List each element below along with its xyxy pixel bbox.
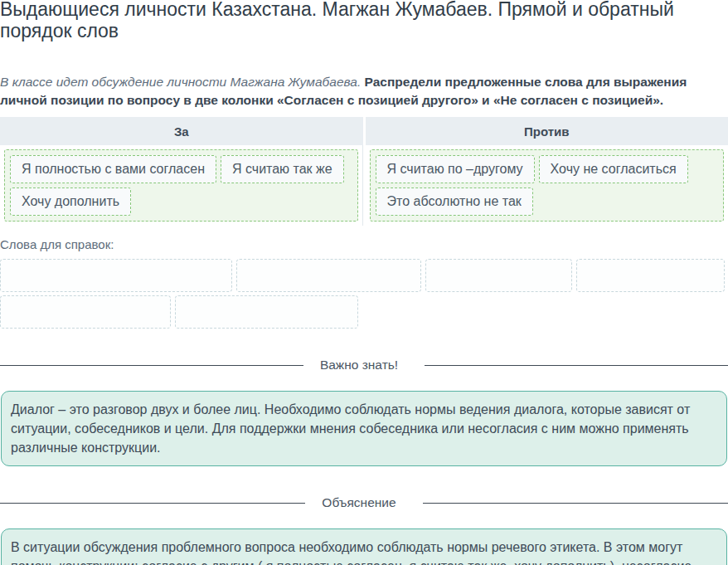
section-heading: Объяснение [305,495,410,510]
column-header-za: За [0,117,363,145]
section-heading: Важно знать! [303,358,413,373]
dropzone-za[interactable]: Я полностью с вами согласен Я считаю так… [4,149,358,222]
divider-line [423,503,728,504]
word-slot[interactable] [0,295,171,329]
word-slot[interactable] [175,295,358,329]
task-page: Выдающиеся личности Казахстана. Магжан Ж… [0,0,728,565]
divider-line [425,365,728,366]
info-text: В ситуации обсуждения проблемного вопрос… [11,538,717,565]
word-chip[interactable]: Я считаю по –другому [376,155,535,183]
section-divider-important: Важно знать! [0,358,728,373]
word-slot[interactable] [576,259,725,292]
word-chip[interactable]: Я полностью с вами согласен [10,155,216,183]
word-slot[interactable] [425,259,572,292]
word-chip[interactable]: Это абсолютно не так [376,188,533,216]
dropzone-protiv[interactable]: Я считаю по –другому Хочу не согласиться… [370,149,725,222]
word-bank-label: Слова для справок: [0,237,728,251]
word-slot[interactable] [236,259,421,292]
word-bank [0,259,728,329]
info-box-important: Диалог – это разговор двух и более лиц. … [1,391,727,466]
word-slot[interactable] [0,259,232,292]
section-divider-explanation: Объяснение [0,495,728,510]
word-chip[interactable]: Хочу не согласиться [539,155,688,183]
column-header-protiv: Против [366,117,728,145]
table-cell-za: Я полностью с вами согласен Я считаю так… [0,145,363,226]
info-box-explanation: В ситуации обсуждения проблемного вопрос… [1,528,727,565]
divider-line [0,503,305,504]
table-body-row: Я полностью с вами согласен Я считаю так… [0,145,728,226]
sorting-table: За Против Я полностью с вами согласен Я … [0,117,728,226]
table-header-row: За Против [0,117,728,145]
divider-line [0,365,303,366]
word-chip[interactable]: Я считаю так же [221,155,344,183]
info-text: Диалог – это разговор двух и более лиц. … [11,400,717,457]
task-context-text: В классе идет обсуждение личности Магжан… [0,75,365,89]
table-cell-protiv: Я считаю по –другому Хочу не согласиться… [366,145,728,226]
word-chip[interactable]: Хочу дополнить [10,188,131,216]
page-title: Выдающиеся личности Казахстана. Магжан Ж… [0,0,728,41]
task-instruction: В классе идет обсуждение личности Магжан… [0,73,728,110]
